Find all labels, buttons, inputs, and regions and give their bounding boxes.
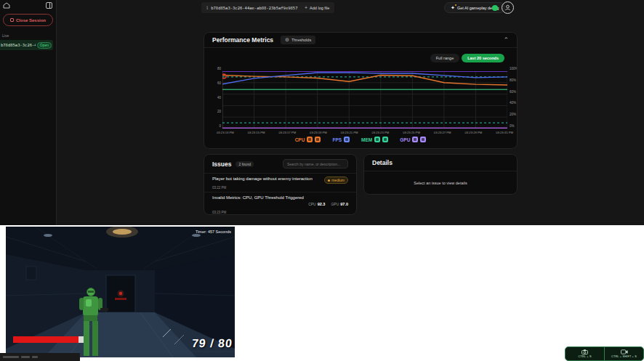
y-tick-label: 60% [510, 90, 518, 94]
full-range-button[interactable]: Full range [430, 54, 459, 62]
x-tick-label: 03:23:29 PM [465, 131, 483, 134]
y-tick-label: 20% [510, 113, 518, 116]
metrics-panel-title: Performance Metrics [212, 36, 273, 44]
x-tick-label: 03:23:25 PM [403, 131, 420, 134]
legend-toggle-badge[interactable] [315, 137, 321, 142]
legend-item-mem[interactable]: MEM [361, 137, 388, 142]
legend-toggle-badge[interactable] [420, 137, 426, 142]
session-section-label: Live [2, 33, 56, 38]
y-tick-label: 80% [510, 78, 518, 82]
close-session-label: Close Session [16, 18, 46, 23]
y-tick-label: 80 [209, 67, 221, 70]
range-toggle: Full range Last 20 seconds [430, 54, 504, 62]
stop-icon [10, 18, 14, 22]
issue-title: Invalid Metrics: CPU, GPU Threshold Trig… [212, 195, 304, 200]
y-tick-label: 0 [209, 124, 221, 128]
performance-metrics-panel: Performance Metrics ⚙ Thresholds ⌃ Full … [204, 32, 518, 149]
issues-panel: Issues 2 found Player bot taking damage … [204, 154, 357, 215]
x-tick-label: 03:23:19 PM [310, 131, 327, 134]
x-tick-label: 03:23:13 PM [217, 131, 234, 134]
capture-controls: CTRL + S CTRL + SHIFT + S [565, 346, 644, 361]
health-bar-tip [79, 336, 84, 343]
legend-toggle-badge[interactable] [382, 137, 388, 142]
issue-row[interactable]: Player bot taking damage without enemy i… [204, 174, 356, 192]
avatar[interactable] [502, 1, 514, 14]
video-camera-icon [621, 349, 628, 354]
status-dot [492, 5, 498, 11]
issues-search-input[interactable] [283, 159, 348, 169]
sidebar: Close Session Live b78d85a3-3c26-44ae-..… [0, 0, 57, 225]
x-tick-label: 03:23:23 PM [371, 131, 389, 134]
person-icon [504, 4, 511, 11]
details-empty-state: Select an issue to view details [364, 171, 517, 195]
x-tick-label: 03:23:15 PM [248, 131, 265, 134]
x-tick-label: 03:23:27 PM [434, 131, 451, 134]
collapse-chevron-icon[interactable]: ⌃ [503, 36, 509, 44]
severity-dot-icon [328, 179, 330, 182]
taskbar-text [3, 356, 19, 358]
legend-toggle-badge[interactable] [344, 137, 350, 142]
y-tick-label: 20 [209, 110, 221, 113]
info-icon: i [206, 5, 208, 11]
metrics-chart[interactable] [222, 71, 507, 129]
taskbar-strip [0, 353, 80, 361]
session-name: b78d85a3-3c26-44ae-... [1, 43, 36, 47]
legend-toggle-badge[interactable] [412, 137, 418, 142]
x-axis-labels: 03:23:13 PM03:23:15 PM03:23:17 PM03:23:1… [217, 131, 513, 134]
add-log-file-label: Add log file [310, 6, 329, 10]
plus-icon: + [305, 5, 307, 10]
issue-metrics: CPU92.3 GPU97.0 [308, 195, 348, 208]
gear-icon: ⚙ [285, 37, 289, 43]
screenshot-button[interactable]: CTRL + S [565, 347, 604, 360]
session-id-text: b78d85a3-3c26-44ae-ab88-23b5af9e9857 [211, 6, 297, 10]
thresholds-button[interactable]: ⚙ Thresholds [281, 36, 315, 44]
severity-badge: medium [324, 177, 348, 184]
game-viewport[interactable]: Timer: 457 Seconds 79 / 80 [6, 227, 235, 357]
session-id-chip[interactable]: i b78d85a3-3c26-44ae-ab88-23b5af9e9857 [201, 2, 302, 13]
thresholds-label: Thresholds [291, 38, 311, 42]
sidebar-session-item[interactable]: b78d85a3-3c26-44ae-... Open [0, 40, 53, 50]
close-session-button[interactable]: Close Session [3, 14, 53, 26]
session-open-badge: Open [37, 42, 52, 49]
x-tick-label: 03:23:31 PM [496, 131, 513, 134]
y-tick-label: 0% [510, 124, 518, 128]
sidebar-toggle-icon[interactable] [46, 2, 52, 9]
health-bar [13, 336, 84, 343]
add-log-file-button[interactable]: + Add log file [299, 2, 334, 13]
app-window: Close Session Live b78d85a3-3c26-44ae-..… [0, 0, 644, 225]
legend-label: CPU [295, 137, 305, 142]
y-tick-label: 100% [510, 67, 518, 70]
legend-label: MEM [361, 137, 372, 142]
legend-item-gpu[interactable]: GPU [400, 137, 426, 142]
y-tick-label: 40 [209, 96, 221, 100]
legend-item-cpu[interactable]: CPU [295, 137, 321, 142]
issue-title: Player bot taking damage without enemy i… [212, 177, 313, 181]
game-timer: Timer: 457 Seconds [196, 230, 231, 234]
details-panel: Details Select an issue to view details [363, 154, 518, 195]
legend-label: GPU [400, 137, 410, 142]
ammo-counter: 79 / 80 [191, 337, 233, 350]
legend-item-fps[interactable]: FPS [332, 137, 350, 142]
y-tick-label: 40% [510, 101, 518, 105]
issues-count-badge: 2 found [236, 161, 254, 167]
issue-time: 03:22 PM [212, 186, 348, 190]
legend-toggle-badge[interactable] [374, 137, 380, 142]
x-tick-label: 03:23:21 PM [341, 131, 358, 134]
last-20-seconds-button[interactable]: Last 20 seconds [462, 54, 504, 62]
record-shortcut-label: CTRL + SHIFT + S [611, 355, 637, 358]
issue-row[interactable]: Invalid Metrics: CPU, GPU Threshold Trig… [204, 192, 356, 215]
home-icon[interactable] [3, 2, 10, 9]
taskbar-text [32, 356, 38, 358]
sparkle-icon: ✦ [451, 5, 455, 11]
screenshot-shortcut-label: CTRL + S [578, 355, 591, 358]
record-button[interactable]: CTRL + SHIFT + S [604, 347, 643, 360]
y-tick-label: 60 [209, 81, 221, 85]
taskbar-text [21, 356, 30, 358]
issue-time: 03:23 PM [212, 211, 348, 214]
details-panel-title: Details [372, 159, 393, 166]
chart-start-marker [222, 74, 226, 78]
camera-icon [581, 349, 588, 354]
legend-label: FPS [332, 137, 342, 142]
legend-toggle-badge[interactable] [307, 137, 313, 142]
x-tick-label: 03:23:17 PM [278, 131, 296, 134]
